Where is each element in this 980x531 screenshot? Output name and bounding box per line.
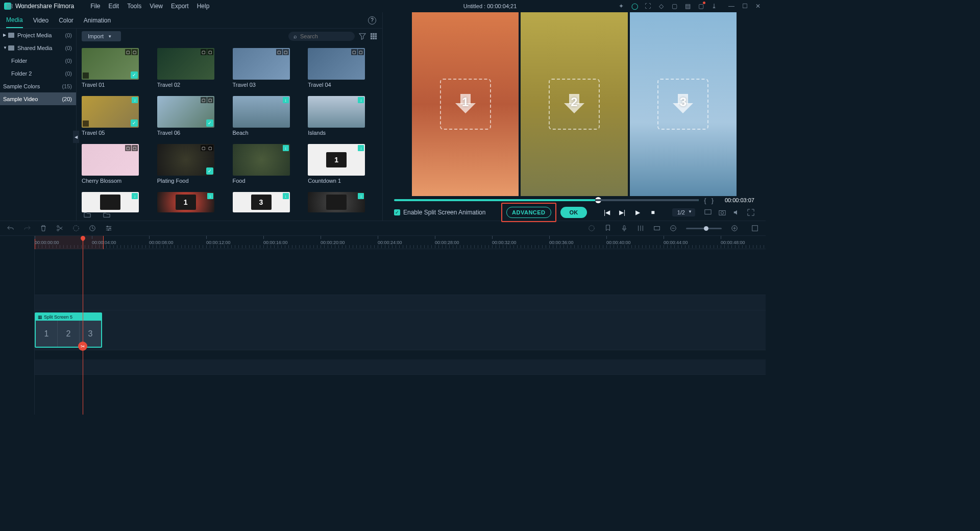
menu-tools[interactable]: Tools — [127, 3, 141, 10]
import-button[interactable]: Import ▼ — [82, 31, 121, 41]
sidebar-item[interactable]: Sample Colors(15) — [0, 80, 76, 92]
crop-icon[interactable] — [72, 225, 80, 232]
close-icon[interactable]: ✕ — [754, 3, 762, 10]
menu-file[interactable]: File — [90, 3, 100, 10]
scrub-handle[interactable] — [595, 197, 601, 203]
save-icon[interactable]: ▢ — [671, 3, 678, 10]
headphones-icon[interactable]: ◯ — [631, 3, 638, 10]
advanced-button[interactable]: ADVANCED — [506, 207, 551, 218]
zoom-fit-icon[interactable] — [751, 225, 758, 232]
media-item[interactable]: ▢▢Travel 02 — [157, 48, 227, 88]
grid-view-icon[interactable] — [370, 33, 377, 40]
media-item[interactable]: ▢▢✓Plating Food — [157, 144, 227, 184]
adjust-icon[interactable] — [105, 225, 112, 232]
media-item[interactable]: ▢▢Cherry Blossom — [82, 144, 151, 184]
track-manage-icon[interactable] — [6, 3, 13, 10]
media-item[interactable]: ↓Food — [233, 144, 302, 184]
menu-view[interactable]: View — [150, 3, 163, 10]
tab-media[interactable]: Media — [6, 13, 23, 28]
sidebar-item[interactable]: Folder 2(0) — [0, 67, 76, 80]
menu-edit[interactable]: Edit — [109, 3, 119, 10]
sidebar-item[interactable]: Folder(0) — [0, 54, 76, 67]
lightbulb-icon[interactable]: ✦ — [618, 3, 625, 10]
track-empty[interactable] — [35, 249, 766, 295]
track-audio-1[interactable]: ♪ 1🔓🔊 — [35, 359, 766, 375]
tab-video[interactable]: Video — [33, 13, 48, 28]
media-item[interactable]: ▢▢✓Travel 06 — [157, 96, 227, 136]
media-item[interactable]: ↓Beach — [233, 96, 302, 136]
marker-icon[interactable] — [604, 225, 611, 232]
track-video-2[interactable]: ▣ 2🔓👁 — [35, 295, 766, 310]
menu-export[interactable]: Export — [171, 3, 189, 10]
prev-frame-icon[interactable]: |◀ — [603, 209, 610, 216]
fullscreen-icon[interactable] — [747, 209, 754, 216]
notification-icon[interactable]: ▢ — [697, 3, 704, 10]
media-item[interactable]: ↓ — [308, 192, 377, 212]
keyframe-icon[interactable] — [653, 225, 660, 232]
help-icon[interactable]: ? — [368, 16, 376, 25]
media-item[interactable]: ▢▢Travel 04 — [308, 48, 377, 88]
mark-in-icon[interactable]: { — [704, 197, 706, 204]
split-pane-3[interactable]: 3 — [630, 12, 737, 196]
split-pane-2[interactable]: 2 — [521, 12, 627, 196]
media-type-icon: ▢ — [132, 145, 138, 151]
audio-mixer-icon[interactable] — [637, 225, 644, 232]
volume-icon[interactable] — [733, 209, 740, 216]
scissors-icon[interactable]: ✂ — [78, 342, 87, 351]
next-frame-icon[interactable]: ▶| — [619, 209, 626, 216]
cloud-icon[interactable]: ▤ — [684, 3, 691, 10]
mark-out-icon[interactable]: } — [712, 197, 714, 204]
playhead[interactable] — [83, 236, 83, 415]
enable-animation-checkbox[interactable]: ✓ — [394, 209, 400, 215]
delete-icon[interactable] — [40, 225, 47, 232]
media-item[interactable]: 1↓Countdown 1 — [308, 144, 377, 184]
sidebar-item[interactable]: Sample Video(20) — [0, 92, 76, 105]
speed-icon[interactable] — [89, 225, 96, 232]
split-screen-preview[interactable]: 1 2 3 — [412, 12, 737, 196]
timeline-ruler[interactable]: 00:00:00:0000:00:04:0000:00:08:0000:00:1… — [35, 236, 766, 249]
preview-scrubber[interactable]: { } 00:00:03:07 — [387, 196, 762, 204]
zoom-select[interactable]: 1/2▼ — [672, 208, 695, 216]
folder-icon[interactable] — [84, 211, 91, 219]
timeline-clip[interactable]: ▦Split Screen 5 1 2 3 — [35, 312, 102, 348]
zoom-in-icon[interactable] — [731, 225, 738, 232]
media-item[interactable]: ▢▢✓Travel 01 — [82, 48, 151, 88]
split-icon[interactable] — [56, 225, 63, 232]
voiceover-icon[interactable] — [621, 225, 628, 232]
redo-icon[interactable] — [23, 225, 31, 232]
render-icon[interactable] — [588, 225, 595, 232]
filter-icon[interactable] — [359, 33, 366, 40]
zoom-out-icon[interactable] — [670, 225, 677, 232]
play-icon[interactable]: ▶ — [634, 209, 641, 216]
media-item[interactable]: ↓Islands — [308, 96, 377, 136]
download-icon[interactable]: ⤓ — [710, 3, 718, 10]
scrub-track[interactable] — [394, 199, 699, 201]
track-video-1[interactable]: ▣ 1🔓👁 ▦Split Screen 5 1 2 3 ✂ — [35, 310, 766, 350]
search-box[interactable]: ⌕ — [288, 32, 355, 41]
tab-animation[interactable]: Animation — [84, 13, 111, 28]
ok-button[interactable]: OK — [560, 207, 587, 218]
menu-help[interactable]: Help — [197, 3, 210, 10]
timeline-zoom-slider[interactable] — [686, 228, 722, 229]
minimize-icon[interactable]: — — [728, 3, 735, 10]
ruler-mark: 00:00:44:00 — [664, 236, 688, 245]
media-item[interactable]: 3↓ — [233, 192, 302, 212]
search-input[interactable] — [300, 33, 346, 39]
media-item[interactable]: ▢▢Travel 03 — [233, 48, 302, 88]
screen-icon[interactable] — [704, 209, 712, 216]
stop-icon[interactable]: ■ — [649, 209, 656, 216]
snapshot-icon[interactable] — [719, 209, 726, 216]
undo-icon[interactable] — [7, 225, 14, 232]
media-item[interactable]: ↓ — [82, 192, 151, 212]
link-icon[interactable] — [19, 3, 27, 10]
sidebar-item[interactable]: ▶Project Media(0) — [0, 29, 76, 41]
media-item[interactable]: ↓✓Travel 05 — [82, 96, 151, 136]
tab-color[interactable]: Color — [59, 13, 74, 28]
gift-icon[interactable]: ⛶ — [644, 3, 651, 10]
user-icon[interactable]: ◇ — [657, 3, 665, 10]
split-pane-1[interactable]: 1 — [412, 12, 519, 196]
media-item[interactable]: 1↓ — [157, 192, 227, 212]
maximize-icon[interactable]: ☐ — [741, 3, 748, 10]
folder-open-icon[interactable] — [103, 211, 110, 219]
sidebar-item[interactable]: ▼Shared Media(0) — [0, 41, 76, 54]
